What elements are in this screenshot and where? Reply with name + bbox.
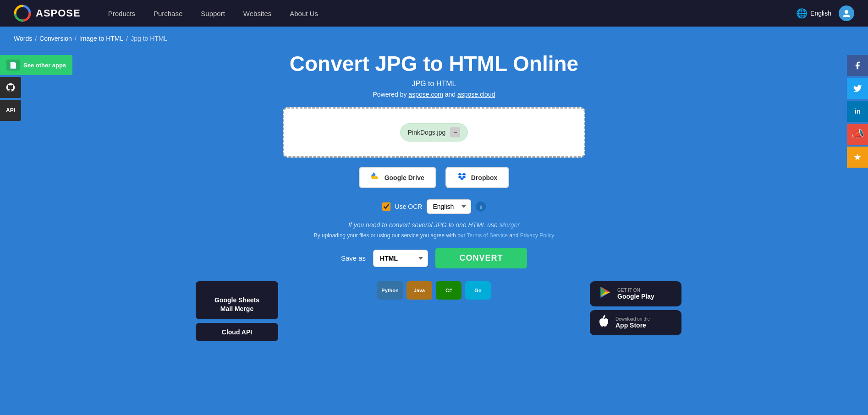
app-store-text: Download on the App Store [615,317,650,329]
google-play-sub: GET IT ON [617,288,654,293]
google-play-button[interactable]: GET IT ON Google Play [590,281,681,306]
nav-right: 🌐 English [796,5,854,21]
cloud-buttons: Google Drive Dropbox [359,167,510,188]
nav-websites[interactable]: Websites [243,10,271,17]
convert-button[interactable]: CONVERT [435,248,527,268]
dropbox-svg [457,172,467,180]
python-label: Python [381,288,398,293]
breadcrumb-sep3: / [126,35,128,42]
aspose-logo-icon [14,5,31,22]
app-store-button[interactable]: Download on the App Store [590,310,681,335]
terms-text: By uploading your files or using our ser… [314,232,555,239]
globe-icon: 🌐 [796,8,808,19]
facebook-button[interactable] [847,55,868,76]
ocr-language-dropdown[interactable]: English French German Spanish [427,199,471,214]
apple-svg [599,315,610,328]
merger-link[interactable]: Merger [500,221,520,229]
brand[interactable]: ASPOSE [14,5,81,22]
user-avatar[interactable] [839,5,854,21]
breadcrumb-sep2: / [75,35,77,42]
breadcrumb-conversion[interactable]: Conversion [39,35,72,42]
go-icon-btn[interactable]: Go [465,281,491,300]
google-play-main: Google Play [617,293,654,300]
nav-about[interactable]: About Us [290,10,318,17]
google-play-icon [599,286,612,302]
file-icon: 📄 [6,60,20,71]
see-other-apps-button[interactable]: 📄 See other apps [0,55,72,75]
bottom-section: Google Sheets Mail Merge Cloud API Pytho… [159,281,709,341]
ocr-checkbox[interactable] [382,202,390,211]
page-title: Convert JPG to HTML Online [290,51,578,76]
megaphone-button[interactable]: 📣 [847,124,868,145]
language-icons: Python Java C# Go [287,281,581,300]
java-icon-btn[interactable]: Java [407,281,432,300]
merger-hint: If you need to convert several JPG to on… [348,221,520,229]
gdrive-icon [371,172,380,183]
twitter-button[interactable] [847,78,868,99]
ocr-info-button[interactable]: i [476,202,486,212]
facebook-icon [853,61,862,70]
breadcrumb-words[interactable]: Words [14,35,32,42]
file-name: PinkDogs.jpg [408,129,446,136]
uploaded-file: PinkDogs.jpg − [400,123,468,142]
dropbox-label: Dropbox [471,174,498,181]
nav-products[interactable]: Products [108,10,135,17]
cloud-api-button[interactable]: Cloud API [196,323,278,341]
github-button[interactable] [0,77,21,98]
github-icon [5,82,16,93]
aspose-com-link[interactable]: aspose.com [408,91,443,98]
page-subtitle: JPG to HTML [412,80,456,88]
megaphone-icon: 📣 [852,128,864,140]
store-buttons: GET IT ON Google Play Download on the Ap… [590,281,681,335]
save-as-label: Save as [341,254,366,262]
gdrive-svg [371,172,380,180]
google-play-text: GET IT ON Google Play [617,288,654,300]
nav-support[interactable]: Support [201,10,225,17]
breadcrumb-current: Jpg to HTML [131,35,167,42]
nav-links: Products Purchase Support Websites About… [108,10,796,17]
app-store-icon [599,315,610,331]
csharp-icon-btn[interactable]: C# [436,281,461,300]
right-sidebar: in 📣 ★ [847,55,868,168]
app-store-sub: Download on the [615,317,650,322]
brand-name: ASPOSE [36,7,81,19]
dropbox-button[interactable]: Dropbox [445,167,510,188]
python-icon-btn[interactable]: Python [377,281,403,300]
ocr-row: Use OCR English French German Spanish i [382,199,486,214]
breadcrumb: Words / Conversion / Image to HTML / Jpg… [0,27,868,47]
go-label: Go [474,288,481,293]
breadcrumb-image-to-html[interactable]: Image to HTML [79,35,123,42]
google-sheets-button[interactable]: Google Sheets Mail Merge [196,281,278,319]
main-content: Convert JPG to HTML Online JPG to HTML P… [0,47,868,350]
convert-row: Save as HTML PDF DOCX PNG CONVERT [341,248,527,268]
star-button[interactable]: ★ [847,147,868,168]
ocr-label[interactable]: Use OCR [395,203,423,210]
google-drive-button[interactable]: Google Drive [359,167,436,188]
twitter-icon [853,84,862,93]
breadcrumb-sep1: / [35,35,37,42]
terms-link[interactable]: Terms of Service [467,232,508,239]
api-button[interactable]: API [0,100,21,121]
google-drive-label: Google Drive [385,174,424,181]
aspose-cloud-link[interactable]: aspose.cloud [457,91,495,98]
star-icon: ★ [853,152,862,163]
privacy-link[interactable]: Privacy Policy [520,232,555,239]
google-play-svg [599,286,612,299]
remove-file-button[interactable]: − [450,127,460,137]
left-sidebar: 📄 See other apps API [0,55,72,121]
cloud-api-label: Cloud API [222,328,252,336]
powered-by-text: Powered by aspose.com and aspose.cloud [373,91,495,98]
java-label: Java [414,288,425,293]
format-dropdown[interactable]: HTML PDF DOCX PNG [373,250,428,267]
dropbox-icon [457,172,467,183]
nav-purchase[interactable]: Purchase [154,10,182,17]
left-app-buttons: Google Sheets Mail Merge Cloud API [196,281,278,341]
linkedin-button[interactable]: in [847,101,868,122]
google-sheets-label: Google Sheets Mail Merge [214,296,259,313]
upload-area[interactable]: PinkDogs.jpg − [283,107,585,158]
language-label: English [810,10,831,17]
user-icon [842,9,851,18]
linkedin-icon: in [855,108,860,115]
navbar: ASPOSE Products Purchase Support Website… [0,0,868,27]
language-selector[interactable]: 🌐 English [796,8,831,19]
